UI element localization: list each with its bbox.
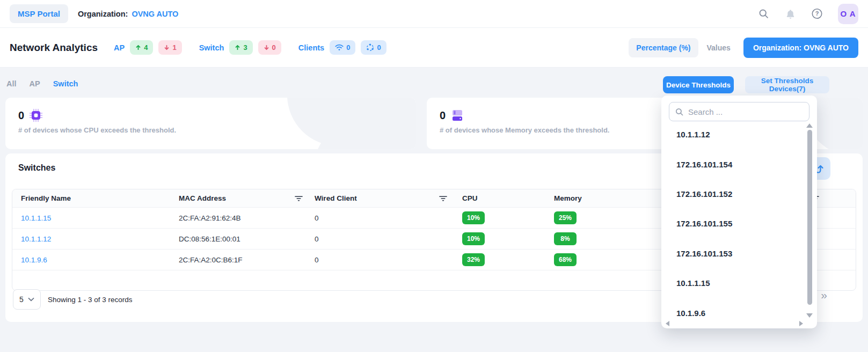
arrow-up-icon — [135, 45, 141, 50]
tab-switch[interactable]: Switch — [53, 79, 78, 88]
organization-button[interactable]: Organization: OVNG AUTO — [743, 38, 858, 58]
device-stats: AP 4 1 Switch 3 0 Clients — [114, 40, 386, 55]
wired-client-cell: 0 — [315, 256, 462, 264]
cpu-threshold-card: 0 # of devices whose CPU exceeds the thr… — [5, 98, 416, 149]
device-type-tabs: All AP Switch — [6, 79, 78, 88]
msp-portal-button[interactable]: MSP Portal — [10, 4, 68, 23]
mac-address-cell: 2C:FA:A2:91:62:4B — [179, 214, 315, 222]
scrollbar-left-arrow[interactable] — [666, 321, 669, 326]
memory-usage-badge: 8% — [554, 232, 577, 245]
notifications-bell-icon[interactable] — [784, 8, 796, 20]
svg-text:?: ? — [815, 10, 819, 17]
switch-down-badge: 0 — [258, 40, 281, 55]
vertical-scrollbar-thumb[interactable] — [807, 130, 812, 305]
memory-exceed-count: 0 — [440, 109, 446, 122]
mesh-network-icon — [366, 43, 374, 52]
column-mac-address: MAC Address — [179, 194, 315, 202]
mac-address-cell: 2C:FA:A2:0C:B6:1F — [179, 256, 315, 264]
device-list-item[interactable]: 172.16.101.153 — [661, 239, 805, 268]
search-icon[interactable] — [757, 8, 769, 20]
clients-stat-label[interactable]: Clients — [298, 43, 324, 52]
dropdown-search-box — [669, 102, 809, 121]
network-analytics-page: MSP Portal Organization: OVNG AUTO ? — [0, 0, 868, 352]
column-memory: Memory — [554, 194, 654, 202]
records-summary: Showing 1 - 3 of 3 records — [48, 296, 133, 304]
device-list-item[interactable]: 172.16.101.154 — [661, 149, 805, 179]
dropdown-search-input[interactable] — [688, 107, 804, 116]
switch-up-badge: 3 — [229, 40, 252, 55]
cpu-chip-icon — [29, 108, 43, 122]
scrollbar-up-arrow[interactable] — [806, 123, 813, 128]
set-thresholds-devices-button[interactable]: Set Thresholds Devices(7) — [745, 76, 829, 93]
switch-name-link[interactable]: 10.1.1.15 — [21, 214, 51, 222]
avatar[interactable]: O A — [838, 4, 858, 24]
device-list-item[interactable]: 172.16.101.155 — [661, 209, 805, 238]
ap-down-badge: 1 — [158, 40, 181, 55]
mac-filter-icon[interactable] — [295, 195, 303, 202]
unit-toggle: Percentage (%) Values — [629, 38, 739, 57]
switches-panel-title: Switches — [18, 163, 55, 173]
top-bar-icons: ? O A — [757, 4, 858, 24]
search-icon — [675, 107, 684, 116]
page-size-select[interactable]: 5 — [13, 289, 41, 310]
switch-name-link[interactable]: 10.1.9.6 — [21, 256, 47, 264]
memory-usage-badge: 25% — [554, 211, 577, 224]
organization-name-link[interactable]: OVNG AUTO — [132, 10, 178, 18]
toggle-percentage[interactable]: Percentage (%) — [629, 38, 698, 57]
device-list-item[interactable]: 10.1.9.6 — [661, 298, 805, 327]
device-thresholds-button[interactable]: Device Thresholds — [663, 76, 734, 93]
wireless-clients-badge: 0 — [330, 40, 355, 55]
arrow-down-icon — [264, 45, 269, 50]
device-list: 10.1.1.12 172.16.101.154 172.16.101.152 … — [661, 120, 805, 328]
pagination-next-icon[interactable]: » — [821, 289, 826, 302]
switch-stat-label[interactable]: Switch — [199, 43, 224, 52]
wired-client-filter-icon[interactable] — [439, 195, 447, 202]
sub-header: Network Analytics AP 4 1 Switch 3 0 Cl — [0, 28, 868, 68]
arrow-up-icon — [235, 45, 240, 50]
column-wired-client: Wired Client — [315, 194, 462, 202]
tab-ap[interactable]: AP — [30, 79, 40, 88]
mesh-clients-badge: 0 — [361, 40, 386, 55]
wired-client-cell: 0 — [315, 235, 462, 243]
scrollbar-right-arrow[interactable] — [799, 321, 803, 326]
ap-stat-label[interactable]: AP — [114, 43, 125, 52]
cpu-exceed-count: 0 — [18, 109, 24, 122]
device-list-item[interactable]: 10.1.1.12 — [661, 120, 805, 149]
arrow-down-icon — [164, 45, 170, 50]
tab-all[interactable]: All — [6, 79, 17, 88]
wifi-icon — [335, 44, 344, 51]
chevron-down-icon — [28, 297, 34, 302]
page-title: Network Analytics — [10, 42, 98, 54]
cpu-usage-badge: 10% — [462, 232, 485, 245]
cpu-card-caption: # of devices whose CPU exceeds the thres… — [18, 126, 416, 134]
switch-name-link[interactable]: 10.1.1.12 — [21, 235, 51, 243]
top-bar: MSP Portal Organization: OVNG AUTO ? — [0, 0, 868, 28]
memory-icon — [450, 108, 464, 122]
device-thresholds-dropdown: 10.1.1.12 172.16.101.154 172.16.101.152 … — [661, 96, 817, 328]
device-list-item[interactable]: 10.1.1.15 — [661, 268, 805, 298]
column-cpu: CPU — [462, 194, 554, 202]
cpu-usage-badge: 32% — [462, 253, 485, 266]
mac-address-cell: DC:08:56:1E:00:01 — [179, 235, 315, 243]
column-friendly-name: Friendly Name — [12, 194, 179, 202]
toggle-values[interactable]: Values — [707, 43, 731, 52]
organization-label: Organization: — [78, 10, 128, 18]
device-list-item[interactable]: 172.16.101.152 — [661, 179, 805, 209]
memory-usage-badge: 68% — [554, 253, 577, 266]
wired-client-cell: 0 — [315, 214, 462, 222]
cpu-usage-badge: 10% — [462, 211, 485, 224]
pagination: 5 Showing 1 - 3 of 3 records — [13, 289, 133, 310]
scrollbar-down-arrow[interactable] — [806, 313, 813, 318]
ap-up-badge: 4 — [130, 40, 153, 55]
help-icon[interactable]: ? — [811, 8, 823, 20]
